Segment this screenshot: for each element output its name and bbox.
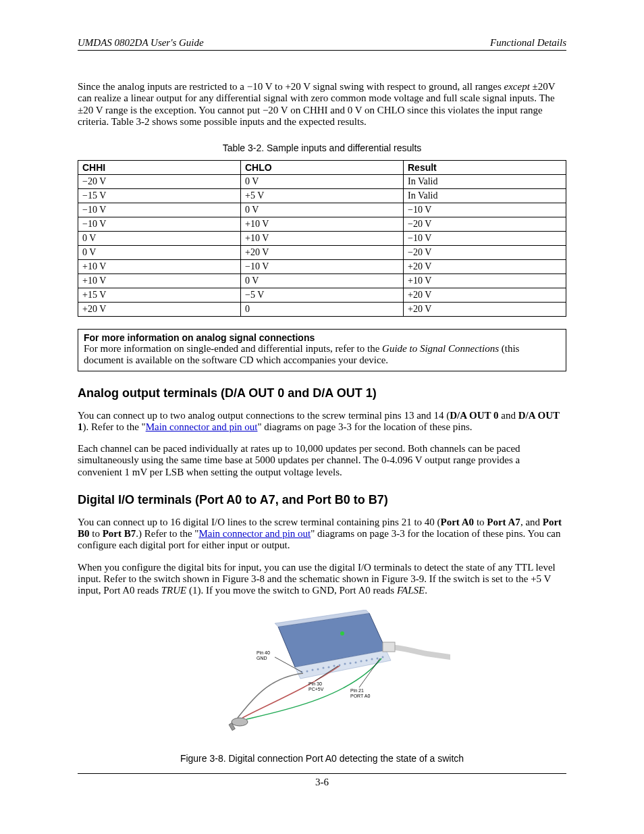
pin21-label-b: PORT A0 — [350, 694, 370, 698]
pin21-label-a: Pin 21 — [350, 688, 364, 693]
svg-point-17 — [366, 660, 368, 662]
svg-point-10 — [328, 667, 330, 669]
analog-paragraph-1: You can connect up to two analog output … — [78, 410, 566, 434]
col-chlo: CHLO — [241, 161, 404, 175]
table-row: −15 V+5 VIn Valid — [78, 189, 566, 203]
table-row: +20 V0+20 V — [78, 303, 566, 317]
digital-paragraph-2: When you configure the digital bits for … — [78, 562, 566, 597]
svg-point-16 — [360, 660, 363, 662]
digital-paragraph-1: You can connect up to 16 digital I/O lin… — [78, 517, 566, 552]
intro-paragraph: Since the analog inputs are restricted t… — [78, 81, 566, 128]
section-digital-title: Digital I/O terminals (Port A0 to A7, an… — [78, 493, 566, 507]
figure-3-8: Pin 40 GND Pin 30 PC+5V Pin 21 PORT A0 — [78, 610, 566, 741]
svg-point-18 — [371, 658, 373, 660]
running-header: UMDAS 0802DA User's Guide Functional Det… — [78, 37, 566, 51]
header-right: Functional Details — [490, 37, 566, 49]
table-caption: Table 3-2. Sample inputs and differentia… — [78, 142, 566, 153]
device-illustration: Pin 40 GND Pin 30 PC+5V Pin 21 PORT A0 — [194, 610, 450, 738]
svg-point-13 — [344, 663, 346, 665]
info-box-body: For more information on single-ended and… — [84, 343, 560, 367]
table-row: −20 V0 VIn Valid — [78, 175, 566, 189]
pin40-label-a: Pin 40 — [257, 650, 270, 655]
intro-except: except — [504, 81, 530, 92]
page: UMDAS 0802DA User's Guide Functional Det… — [0, 0, 644, 834]
info-box: For more information on analog signal co… — [78, 329, 566, 371]
svg-point-8 — [317, 669, 319, 671]
table-row: 0 V+10 V−10 V — [78, 232, 566, 246]
table-row: −10 V+10 V−20 V — [78, 217, 566, 232]
da-out-0: D/A OUT 0 — [450, 410, 498, 421]
analog-paragraph-2: Each channel can be paced individually a… — [78, 443, 566, 478]
figure-caption: Figure 3-8. Digital connection Port A0 d… — [78, 753, 566, 764]
svg-point-6 — [306, 671, 308, 673]
header-left: UMDAS 0802DA User's Guide — [78, 37, 204, 49]
table-header-row: CHHI CHLO Result — [78, 161, 566, 175]
false-val: FALSE — [397, 585, 425, 596]
pin40-label-b: GND — [257, 656, 267, 660]
main-connector-link[interactable]: Main connector and pin out — [146, 421, 258, 432]
port-a0: Port A0 — [441, 517, 475, 527]
intro-text-1: Since the analog inputs are restricted t… — [78, 81, 504, 92]
table-row: −10 V0 V−10 V — [78, 203, 566, 217]
svg-point-7 — [312, 669, 314, 671]
col-chhi: CHHI — [78, 161, 241, 175]
table-row: +10 V0 V+10 V — [78, 274, 566, 288]
true-val: TRUE — [161, 585, 187, 596]
port-a7: Port A7 — [487, 517, 520, 527]
table-row: 0 V+20 V−20 V — [78, 246, 566, 260]
svg-point-9 — [323, 667, 325, 669]
switch-icon — [229, 718, 248, 731]
svg-point-21 — [232, 718, 248, 726]
table-row: +10 V−10 V+20 V — [78, 260, 566, 274]
svg-point-19 — [377, 658, 379, 660]
page-number: 3-6 — [315, 777, 329, 787]
page-footer: 3-6 — [78, 773, 566, 788]
info-box-title: For more information on analog signal co… — [84, 332, 560, 343]
svg-rect-4 — [383, 642, 395, 652]
svg-point-3 — [340, 631, 344, 635]
table-row: +15 V−5 V+20 V — [78, 288, 566, 303]
pin30-label-a: Pin 30 — [308, 681, 322, 686]
svg-point-11 — [333, 665, 336, 667]
col-result: Result — [404, 161, 566, 175]
svg-point-14 — [350, 662, 352, 664]
main-connector-link-2[interactable]: Main connector and pin out — [198, 528, 311, 539]
pin30-label-b: PC+5V — [308, 687, 324, 692]
port-b7: Port B7 — [103, 528, 136, 539]
svg-point-15 — [355, 662, 357, 664]
section-analog-title: Analog output terminals (D/A OUT 0 and D… — [78, 386, 566, 400]
sample-inputs-table: CHHI CHLO Result −20 V0 VIn Valid −15 V+… — [78, 160, 566, 317]
guide-title: Guide to Signal Connections — [382, 343, 499, 354]
svg-point-20 — [382, 656, 384, 658]
